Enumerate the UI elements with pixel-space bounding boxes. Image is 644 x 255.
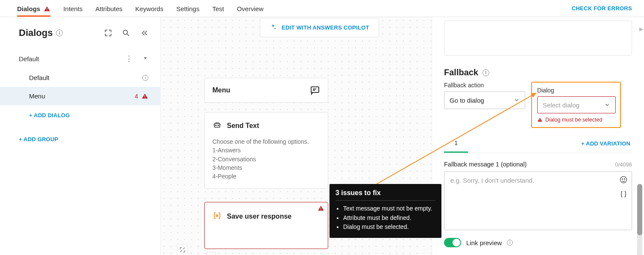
svg-rect-15 (540, 121, 540, 121)
add-dialog-button[interactable]: + ADD DIALOG (29, 112, 70, 119)
svg-rect-3 (144, 95, 145, 97)
warning-icon (44, 6, 50, 12)
variation-tab-1[interactable]: 1 (444, 134, 468, 153)
flow-canvas[interactable]: EDIT WITH ANSWERS COPILOT Menu Send Text… (161, 17, 432, 255)
info-icon[interactable]: i (482, 69, 489, 76)
tab-label: Dialogs (17, 5, 40, 12)
field-label: Fallback action (444, 82, 525, 89)
node-save-response[interactable]: Save user response (204, 202, 328, 249)
edit-copilot-button[interactable]: EDIT WITH ANSWERS COPILOT (260, 18, 379, 37)
group-default[interactable]: Default ⋮ (0, 49, 160, 68)
variable-icon (212, 211, 222, 222)
dialog-item-menu[interactable]: Menu 4 (0, 87, 160, 105)
tab-test[interactable]: Test (212, 5, 224, 17)
tab-label: Keywords (135, 5, 164, 12)
main-tabs: Dialogs Intents Attributes Keywords Sett… (17, 0, 264, 17)
chevron-down-icon (604, 102, 610, 108)
error-count: 4 (135, 93, 138, 100)
tab-keywords[interactable]: Keywords (135, 5, 164, 17)
warning-icon (537, 117, 543, 123)
copilot-label: EDIT WITH ANSWERS COPILOT (282, 24, 369, 31)
select-placeholder: Select dialog (543, 101, 579, 109)
svg-point-2 (123, 30, 127, 34)
svg-point-18 (624, 179, 625, 180)
more-icon[interactable]: ⋮ (125, 55, 133, 62)
group-label: Default (19, 55, 39, 62)
node-title: Save user response (227, 213, 291, 220)
add-variation-button[interactable]: + ADD VARIATION (581, 140, 632, 147)
svg-rect-7 (215, 123, 220, 127)
fallback-dialog-select[interactable]: Select dialog (537, 96, 616, 113)
fallback-action-select[interactable]: Go to dialog (444, 91, 525, 109)
svg-point-9 (218, 125, 219, 126)
expand-handle[interactable] (177, 244, 188, 255)
select-icon[interactable] (104, 29, 112, 37)
dialog-label: Menu (29, 92, 45, 100)
collapse-panel-icon[interactable]: ▲ (638, 26, 644, 33)
svg-rect-1 (47, 10, 47, 10)
issues-tooltip: 3 issues to fix Text message must not be… (329, 184, 441, 238)
warning-icon (141, 93, 148, 100)
fallback-message-input[interactable] (444, 171, 632, 230)
scrollbar-thumb[interactable] (637, 184, 642, 235)
link-preview-toggle[interactable] (444, 238, 461, 247)
tab-attributes[interactable]: Attributes (95, 5, 122, 17)
svg-rect-11 (321, 209, 321, 210)
sidebar: Dialogs i Default ⋮ Default i Menu 4 (0, 17, 161, 255)
dialog-label: Default (29, 74, 50, 81)
tab-label: Test (212, 5, 224, 12)
tab-intents[interactable]: Intents (63, 5, 82, 17)
svg-point-17 (622, 179, 623, 180)
svg-rect-14 (540, 119, 540, 120)
warning-icon (318, 205, 324, 212)
svg-rect-6 (311, 87, 319, 92)
info-icon[interactable]: i (56, 30, 63, 36)
dialog-item-default[interactable]: Default i (0, 68, 160, 87)
char-counter: 0/4096 (615, 161, 632, 168)
info-icon[interactable]: i (142, 75, 148, 81)
variable-insert-icon[interactable] (619, 190, 628, 200)
chevron-down-icon (514, 97, 520, 103)
emoji-icon[interactable] (619, 175, 628, 186)
tab-label: Intents (63, 5, 82, 12)
check-errors-button[interactable]: CHECK FOR ERRORS (572, 5, 632, 17)
sparkle-icon (270, 24, 276, 32)
tab-overview[interactable]: Overview (237, 5, 264, 17)
select-value: Go to dialog (450, 97, 484, 104)
tooltip-item: Dialog must be selected. (343, 222, 435, 232)
svg-point-8 (215, 125, 216, 126)
error-text: Dialog must be selected (545, 117, 602, 123)
field-label: Dialog (537, 87, 615, 94)
svg-rect-4 (144, 97, 145, 98)
top-bar: Dialogs Intents Attributes Keywords Sett… (0, 0, 644, 17)
tab-label: Overview (237, 5, 264, 12)
node-menu[interactable]: Menu (204, 78, 328, 103)
field-error: Dialog must be selected (537, 117, 615, 123)
tab-dialogs[interactable]: Dialogs (17, 5, 50, 17)
tab-label: Attributes (95, 5, 122, 12)
tooltip-item: Attribute must be defined. (343, 213, 435, 223)
node-send-text[interactable]: Send Text Choose one of the following op… (204, 112, 328, 189)
field-label: Fallback message 1 (optional) (444, 161, 526, 168)
svg-point-5 (274, 28, 276, 29)
properties-panel: ▲ Fallback i Fallback action Go to dialo… (432, 17, 644, 255)
svg-rect-10 (321, 208, 321, 209)
tab-label: Settings (176, 5, 199, 12)
svg-rect-0 (47, 8, 47, 9)
bot-icon (212, 120, 222, 131)
tab-settings[interactable]: Settings (176, 5, 199, 17)
toggle-label: Link preview (466, 239, 502, 246)
caret-down-icon[interactable] (142, 55, 148, 62)
tooltip-title: 3 issues to fix (335, 189, 435, 201)
info-icon[interactable]: i (507, 240, 513, 246)
collapse-icon[interactable] (140, 29, 148, 37)
node-title: Menu (212, 86, 230, 94)
svg-point-16 (620, 177, 627, 183)
dialog-field-highlight: Dialog Select dialog Dialog must be sele… (531, 82, 621, 128)
node-title: Send Text (227, 122, 259, 130)
tooltip-item: Text message must not be empty. (343, 204, 435, 213)
preview-box (444, 21, 632, 56)
port-icon[interactable] (206, 252, 216, 255)
search-icon[interactable] (122, 29, 130, 37)
add-group-button[interactable]: + ADD GROUP (19, 136, 58, 142)
